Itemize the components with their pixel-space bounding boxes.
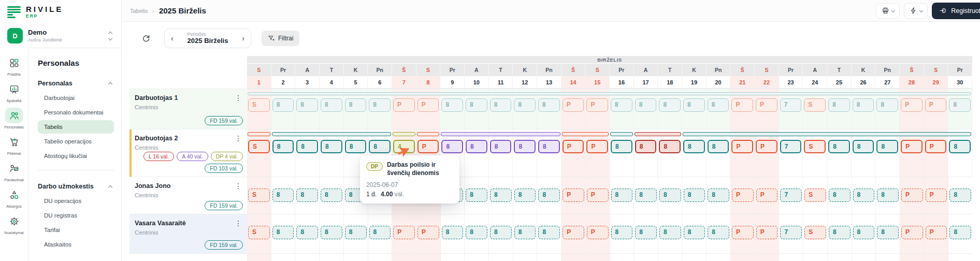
day-cell[interactable]: 8: [877, 226, 899, 239]
day-cell[interactable]: 8: [659, 226, 681, 239]
day-cell[interactable]: 7: [780, 140, 802, 153]
refresh-button[interactable]: [139, 32, 153, 45]
day-cell[interactable]: P: [901, 98, 923, 112]
day-cell[interactable]: P: [417, 226, 439, 239]
day-cell[interactable]: 8: [684, 189, 705, 202]
sidebar-item-personalo-dokumentai[interactable]: Personalo dokumentai: [38, 106, 114, 119]
day-cell[interactable]: P: [926, 189, 947, 202]
day-cell[interactable]: 8: [635, 98, 657, 112]
filters-button[interactable]: Filtrai: [262, 31, 299, 46]
day-cell[interactable]: P: [587, 226, 609, 239]
kebab-menu-icon[interactable]: ⋮: [233, 181, 244, 191]
day-cell[interactable]: 8: [272, 140, 294, 153]
day-cell[interactable]: P: [756, 98, 777, 112]
day-cell[interactable]: 8: [538, 98, 560, 112]
day-cell[interactable]: P: [925, 140, 947, 153]
rail-item-atsargos[interactable]: Atsargos: [0, 187, 28, 209]
day-cell[interactable]: 8: [611, 140, 632, 153]
rail-item-personalas[interactable]: Personalas: [0, 108, 28, 129]
day-cell[interactable]: 8: [683, 140, 705, 153]
day-cell[interactable]: 8: [466, 189, 487, 202]
day-cell[interactable]: P: [586, 140, 608, 153]
sidebar-item-tabelis[interactable]: Tabelis: [38, 120, 114, 134]
kebab-menu-icon[interactable]: ⋮: [233, 93, 244, 103]
kebab-menu-icon[interactable]: ⋮: [233, 133, 244, 143]
sidebar-item-atostogų-likučiai[interactable]: Atostogų likučiai: [38, 149, 114, 163]
day-cell[interactable]: 8: [538, 189, 560, 202]
print-dropdown-button[interactable]: [876, 3, 900, 19]
day-cell[interactable]: 8: [853, 226, 875, 239]
day-cell[interactable]: P: [563, 140, 584, 153]
day-cell[interactable]: P: [586, 98, 608, 112]
rail-item-nustatymai[interactable]: Nustatymai: [0, 213, 28, 235]
period-value[interactable]: 2025 Birželis: [188, 37, 228, 45]
sidebar-item-darbuotojai[interactable]: Darbuotojai: [38, 91, 114, 105]
user-switcher[interactable]: D Demo Aušra Juodienė: [0, 24, 121, 48]
day-cell[interactable]: 8: [441, 140, 463, 153]
day-cell[interactable]: 8: [321, 98, 342, 112]
day-cell[interactable]: 8: [876, 98, 898, 112]
day-cell[interactable]: P: [756, 226, 778, 239]
day-cell[interactable]: 8: [514, 226, 536, 239]
rail-item-pradžia[interactable]: Pradžia: [0, 55, 28, 77]
day-cell[interactable]: P: [731, 98, 753, 112]
day-cell[interactable]: 8: [611, 226, 633, 239]
day-cell[interactable]: 8: [853, 140, 874, 153]
day-cell[interactable]: P: [393, 98, 415, 112]
day-cell[interactable]: 7: [780, 98, 802, 112]
employee-panel[interactable]: Darbuotojas 2Centrinis⋮L 16 val.A 40 val…: [129, 129, 247, 177]
menu-group-0[interactable]: Personalas: [38, 80, 114, 87]
day-cell[interactable]: P: [563, 98, 584, 112]
rail-item-pirkimai[interactable]: Pirkimai: [0, 134, 28, 156]
day-cell[interactable]: 8: [345, 226, 367, 239]
day-cell[interactable]: 8: [538, 140, 560, 153]
day-cell[interactable]: S: [248, 98, 270, 112]
day-cell[interactable]: 8: [853, 189, 875, 202]
employee-panel[interactable]: Darbuotojas 1Centrinis⋮FD 159 val.: [129, 89, 247, 129]
day-cell[interactable]: P: [731, 140, 753, 153]
day-cell[interactable]: P: [393, 226, 415, 239]
day-cell[interactable]: 8: [829, 189, 851, 202]
day-cell[interactable]: 8: [514, 189, 536, 202]
chevron-updown-icon[interactable]: [109, 32, 114, 40]
day-cell[interactable]: 8: [635, 226, 657, 239]
day-cell[interactable]: 8: [514, 98, 536, 112]
day-cell[interactable]: 8: [828, 98, 850, 112]
day-cell[interactable]: 8: [369, 140, 391, 153]
day-cell[interactable]: 8: [708, 189, 729, 202]
day-cell[interactable]: 8: [345, 140, 367, 153]
menu-group-1[interactable]: Darbo užmokestis: [38, 183, 114, 190]
day-cell[interactable]: 8: [272, 226, 294, 239]
day-cell[interactable]: P: [925, 98, 947, 112]
day-cell[interactable]: P: [587, 189, 609, 202]
day-cell[interactable]: 8: [708, 140, 729, 153]
day-cell[interactable]: P: [901, 226, 923, 239]
day-cell[interactable]: 8: [635, 140, 657, 153]
day-cell[interactable]: 8: [369, 226, 391, 239]
day-cell[interactable]: 8: [490, 226, 512, 239]
day-cell[interactable]: S: [248, 226, 270, 239]
day-cell[interactable]: 8: [949, 226, 971, 239]
previous-period-button[interactable]: ‹: [171, 35, 174, 42]
day-cell[interactable]: 8: [272, 189, 294, 202]
day-cell[interactable]: P: [417, 140, 439, 153]
register-button[interactable]: Registruoti: [932, 3, 980, 19]
day-cell[interactable]: 8: [538, 226, 560, 239]
day-cell[interactable]: 7: [780, 226, 802, 239]
day-cell[interactable]: 8: [490, 189, 512, 202]
day-cell[interactable]: 8: [296, 189, 318, 202]
day-cell[interactable]: P: [563, 226, 584, 239]
day-cell[interactable]: 8: [466, 98, 487, 112]
rail-item-apskaita[interactable]: Apskaita: [0, 81, 28, 103]
day-cell[interactable]: 8: [321, 140, 342, 153]
day-cell[interactable]: P: [756, 140, 777, 153]
day-cell[interactable]: S: [248, 140, 270, 153]
sidebar-item-ataskaitos[interactable]: Ataskaitos: [38, 238, 114, 251]
day-cell[interactable]: 8: [321, 189, 342, 202]
day-cell[interactable]: 8: [296, 98, 318, 112]
day-cell[interactable]: 8: [876, 140, 898, 153]
day-cell[interactable]: 8: [659, 140, 681, 153]
day-cell[interactable]: 8: [659, 98, 681, 112]
day-cell[interactable]: 8: [345, 98, 367, 112]
rail-item-pardavimai[interactable]: Pardavimai: [0, 161, 28, 182]
